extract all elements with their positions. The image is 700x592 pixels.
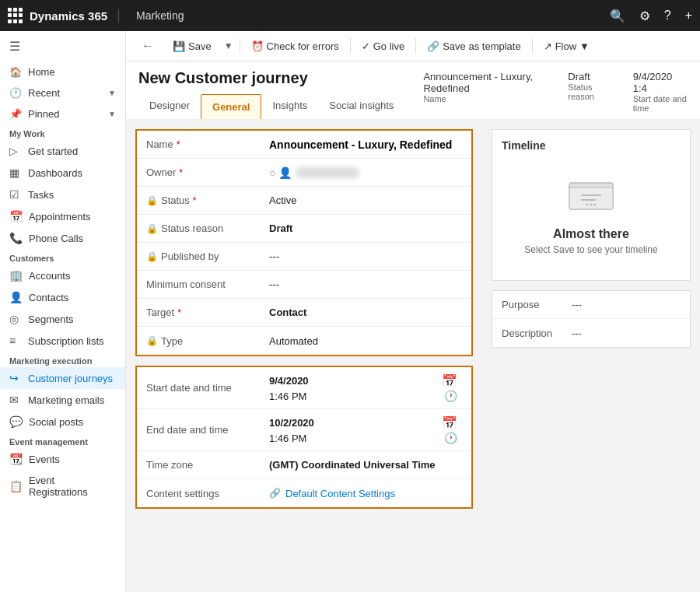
tasks-icon: ☑ (9, 188, 22, 201)
toolbar-divider-1 (240, 38, 240, 54)
timeline-almost-there-text: Almost there (553, 227, 629, 241)
meta-status-label: Status reason (568, 82, 607, 101)
content-settings-link[interactable]: Default Content Settings (285, 488, 395, 499)
hamburger-button[interactable]: ☰ (0, 31, 125, 61)
settings-icon[interactable]: ⚙ (639, 9, 650, 23)
meta-status: Draft Status reason (568, 71, 607, 119)
status-value[interactable]: Active (261, 188, 471, 212)
sidebar-item-customer-journeys[interactable]: ↪ Customer journeys (0, 367, 125, 389)
page-title: New Customer journey (138, 69, 404, 93)
sidebar-phone-calls-label: Phone Calls (29, 233, 83, 244)
pinned-arrow-icon: ▼ (108, 110, 116, 118)
sidebar-item-appointments[interactable]: 📅 Appointments (0, 205, 125, 227)
go-live-icon: ✓ (362, 40, 370, 52)
start-time-text: 1:46 PM (269, 391, 306, 402)
end-clock-icon[interactable]: 🕐 (444, 432, 457, 444)
sidebar: ☰ 🏠 Home 🕐 Recent ▼ 📌 Pinned ▼ My Work (0, 31, 126, 592)
end-date-row: End date and time 10/2/2020 📅 1:46 PM 🕐 (137, 409, 471, 451)
accounts-icon: 🏢 (9, 269, 23, 282)
minimum-consent-value[interactable]: --- (261, 272, 471, 296)
sidebar-item-social-posts[interactable]: 💬 Social posts (0, 411, 125, 433)
type-value[interactable]: Automated (261, 329, 471, 353)
owner-value[interactable]: ○ 👤 (261, 160, 471, 185)
marketing-emails-icon: ✉ (9, 394, 22, 406)
content-area: ← 💾 Save ▼ ⏰ Check for errors ✓ Go live … (126, 31, 700, 592)
go-live-label: Go live (373, 40, 404, 52)
save-button[interactable]: 💾 Save (165, 37, 219, 55)
sidebar-item-home[interactable]: 🏠 Home (0, 61, 125, 82)
svg-rect-1 (569, 187, 613, 209)
description-value[interactable]: --- (572, 328, 582, 339)
tab-insights[interactable]: Insights (261, 93, 318, 119)
toolbar-divider-4 (532, 38, 533, 54)
sidebar-social-posts-label: Social posts (29, 416, 83, 428)
owner-person-icon: 👤 (278, 166, 292, 179)
sidebar-item-pinned[interactable]: 📌 Pinned ▼ (0, 103, 125, 124)
form-main: Name * Owner * (126, 120, 482, 592)
name-input[interactable] (269, 138, 464, 151)
purpose-value[interactable]: --- (572, 299, 582, 310)
add-icon[interactable]: + (685, 9, 692, 23)
content-settings-value[interactable]: 🔗 Default Content Settings (261, 482, 471, 506)
tab-designer[interactable]: Designer (138, 93, 201, 119)
target-required: * (177, 307, 181, 318)
tab-social-insights[interactable]: Social insights (318, 93, 404, 119)
end-date-value[interactable]: 10/2/2020 📅 1:46 PM 🕐 (261, 409, 471, 450)
page-meta: Announcement - Luxury, Redefined Name Dr… (423, 71, 688, 119)
save-as-template-button[interactable]: 🔗 Save as template (419, 37, 528, 55)
status-reason-label: 🔒 Status reason (137, 216, 261, 240)
check-errors-button[interactable]: ⏰ Check for errors (243, 37, 347, 55)
sidebar-item-dashboards[interactable]: ▦ Dashboards (0, 162, 125, 184)
customer-journeys-icon: ↪ (9, 372, 22, 384)
sidebar-item-segments[interactable]: ◎ Segments (0, 308, 125, 330)
name-value[interactable] (261, 132, 471, 157)
meta-name-label: Name (423, 94, 543, 103)
sidebar-get-started-label: Get started (28, 145, 78, 157)
timeline-empty: Almost there Select Save to see your tim… (502, 158, 681, 271)
content-settings-label: Content settings (137, 482, 261, 506)
app-launcher[interactable]: Dynamics 365 Marketing (8, 8, 184, 23)
end-calendar-icon[interactable]: 📅 (442, 415, 457, 430)
content-settings-link-icon: 🔗 (269, 488, 281, 499)
tab-general[interactable]: General (201, 94, 261, 119)
start-calendar-icon[interactable]: 📅 (442, 373, 457, 388)
sidebar-tasks-label: Tasks (28, 189, 54, 201)
app-grid-icon[interactable] (8, 8, 23, 23)
sidebar-item-accounts[interactable]: 🏢 Accounts (0, 264, 125, 286)
dates-section: Start date and time 9/4/2020 📅 1:46 PM 🕐 (135, 366, 473, 509)
page-header: New Customer journey Designer General In… (126, 61, 700, 120)
minimum-consent-label: Minimum consent (137, 272, 261, 296)
published-by-value[interactable]: --- (261, 244, 471, 268)
sidebar-item-phone-calls[interactable]: 📞 Phone Calls (0, 227, 125, 249)
sidebar-item-marketing-emails[interactable]: ✉ Marketing emails (0, 389, 125, 411)
sidebar-item-contacts[interactable]: 👤 Contacts (0, 286, 125, 308)
save-dropdown-button[interactable]: ▼ (221, 37, 236, 54)
sidebar-item-event-registrations[interactable]: 📋 Event Registrations (0, 470, 125, 503)
sidebar-appointments-label: Appointments (29, 211, 91, 222)
start-clock-icon[interactable]: 🕐 (444, 390, 457, 402)
start-date-value[interactable]: 9/4/2020 📅 1:46 PM 🕐 (261, 367, 471, 408)
owner-label: Owner * (137, 160, 261, 184)
status-reason-value[interactable]: Draft (261, 216, 471, 240)
start-date-row: Start date and time 9/4/2020 📅 1:46 PM 🕐 (137, 367, 471, 409)
back-button[interactable]: ← (135, 36, 160, 56)
form-area: Name * Owner * (126, 120, 700, 592)
sidebar-item-tasks[interactable]: ☑ Tasks (0, 184, 125, 205)
go-live-button[interactable]: ✓ Go live (354, 37, 412, 55)
timezone-value[interactable]: (GMT) Coordinated Universal Time (261, 453, 471, 477)
sidebar-events-label: Events (29, 454, 60, 465)
flow-button[interactable]: ↗ Flow ▼ (536, 37, 597, 55)
sidebar-item-events[interactable]: 📆 Events (0, 448, 125, 470)
target-value[interactable]: Contact (261, 300, 471, 324)
type-label: 🔒 Type (137, 329, 261, 353)
sidebar-item-recent[interactable]: 🕐 Recent ▼ (0, 82, 125, 103)
home-icon: 🏠 (9, 66, 22, 78)
search-icon[interactable]: 🔍 (610, 9, 625, 23)
brand-name: Dynamics 365 (30, 9, 119, 23)
status-label: 🔒 Status * (137, 188, 261, 212)
sidebar-item-subscription-lists[interactable]: ≡ Subscription lists (0, 330, 125, 352)
check-errors-label: Check for errors (267, 40, 339, 52)
sidebar-item-get-started[interactable]: ▷ Get started (0, 140, 125, 162)
help-icon[interactable]: ? (664, 9, 671, 23)
svg-point-4 (590, 204, 593, 206)
